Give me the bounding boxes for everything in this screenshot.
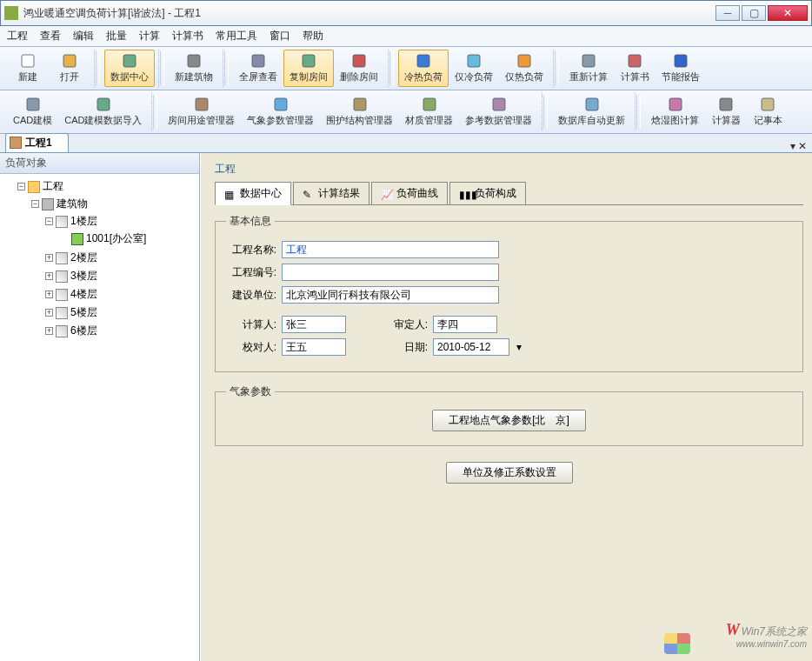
menu-calcbook[interactable]: 计算书 — [172, 29, 203, 43]
tab-load-curve[interactable]: 📈负荷曲线 — [371, 182, 448, 205]
svg-rect-3 — [188, 55, 200, 67]
date-dropdown-icon[interactable]: ▾ — [516, 341, 522, 353]
collapse-icon[interactable]: − — [45, 217, 53, 225]
collapse-icon[interactable]: − — [17, 183, 25, 190]
book-icon — [627, 53, 642, 69]
company-field[interactable] — [282, 286, 499, 304]
db-icon — [584, 97, 600, 112]
svg-rect-12 — [675, 55, 687, 67]
weather-location-button[interactable]: 工程地点气象参数[北 京] — [432, 410, 586, 431]
basic-info-legend: 基本信息 — [226, 214, 275, 229]
data-center-button[interactable]: 数据中心 — [104, 50, 155, 87]
db-auto-update-button[interactable]: 数据库自动更新 — [552, 93, 631, 130]
calc-by-field[interactable] — [282, 316, 346, 333]
result-icon: ✎ — [303, 189, 315, 199]
calc-icon — [581, 53, 596, 69]
svg-rect-22 — [720, 98, 732, 110]
expand-icon[interactable]: + — [45, 272, 53, 280]
tree-node-floor[interactable]: + 2楼层 — [43, 250, 197, 266]
file-icon — [20, 53, 36, 69]
cad-model-button[interactable]: CAD建模 — [7, 93, 58, 130]
note-icon — [760, 97, 775, 112]
tab-data-center[interactable]: ▦数据中心 — [215, 182, 291, 205]
menu-batch[interactable]: 批量 — [106, 29, 127, 43]
project-name-field[interactable] — [282, 241, 499, 258]
maximize-button[interactable]: ▢ — [742, 5, 766, 21]
menu-edit[interactable]: 编辑 — [73, 29, 94, 43]
delete-room-button[interactable]: 删除房间 — [334, 50, 384, 87]
cad-import-button[interactable]: CAD建模数据导入 — [58, 93, 148, 130]
expand-icon[interactable]: + — [45, 327, 53, 335]
cold-only-button[interactable]: 仅冷负荷 — [449, 50, 499, 87]
menu-tools[interactable]: 常用工具 — [216, 29, 257, 43]
tree-node-project[interactable]: − 工程 — [16, 178, 197, 195]
minimize-button[interactable]: ─ — [715, 5, 740, 21]
floor-icon — [56, 270, 68, 283]
copy-icon — [301, 53, 316, 69]
svg-rect-19 — [493, 98, 505, 110]
weather-mgr-button[interactable]: 气象参数管理器 — [241, 93, 320, 130]
open-button[interactable]: 打开 — [49, 50, 90, 87]
menu-project[interactable]: 工程 — [7, 29, 28, 43]
tree-node-floor[interactable]: + 5楼层 — [43, 304, 197, 321]
tree-node-floor[interactable]: − 1楼层 — [43, 213, 197, 230]
expand-icon[interactable]: + — [45, 254, 53, 262]
notepad-button[interactable]: 记事本 — [747, 93, 789, 130]
new-button[interactable]: 新建 — [7, 50, 49, 87]
tree-node-building[interactable]: − 建筑物 — [30, 196, 197, 212]
menu-view[interactable]: 查看 — [40, 29, 61, 43]
menu-window[interactable]: 窗口 — [270, 29, 290, 43]
tree-node-floor[interactable]: + 6楼层 — [43, 323, 197, 339]
calc-book-button[interactable]: 计算书 — [614, 50, 656, 87]
sidebar: 负荷对象 − 工程 − 建筑物 — [0, 153, 200, 661]
ref-data-mgr-button[interactable]: 参考数据管理器 — [459, 93, 538, 130]
hs-chart-button[interactable]: 焓湿图计算 — [645, 93, 705, 130]
tabstrip-more-icon[interactable]: ▾ ✕ — [790, 140, 807, 152]
menu-calc[interactable]: 计算 — [139, 29, 160, 43]
room-usage-mgr-button[interactable]: 房间用途管理器 — [162, 93, 241, 130]
floor-icon — [56, 325, 68, 337]
close-button[interactable]: ✕ — [768, 5, 808, 21]
tab-load-composition[interactable]: ▮▮▮负荷构成 — [449, 182, 526, 205]
hot-only-button[interactable]: 仅热负荷 — [499, 50, 549, 87]
calculator-button[interactable]: 计算器 — [705, 93, 747, 130]
material-mgr-button[interactable]: 材质管理器 — [399, 93, 459, 130]
tree-node-floor[interactable]: + 4楼层 — [43, 286, 197, 303]
recalc-button[interactable]: 重新计算 — [563, 50, 614, 87]
building-icon — [186, 53, 202, 69]
enclosure-mgr-button[interactable]: 围护结构管理器 — [320, 93, 399, 130]
svg-rect-20 — [586, 98, 598, 110]
expand-icon[interactable]: + — [45, 290, 53, 298]
menu-help[interactable]: 帮助 — [303, 29, 323, 43]
project-no-field[interactable] — [282, 264, 499, 281]
weather-icon — [273, 97, 289, 112]
check-by-field[interactable] — [282, 338, 346, 356]
tree-node-floor[interactable]: + 3楼层 — [43, 268, 197, 284]
menubar: 工程 查看 编辑 批量 计算 计算书 常用工具 窗口 帮助 — [0, 26, 812, 47]
svg-rect-18 — [423, 98, 436, 110]
review-by-field[interactable] — [433, 316, 497, 333]
tree-node-room[interactable]: 1001[办公室] — [57, 230, 197, 247]
titlebar: 鸿业暖通空调负荷计算[谐波法] - 工程1 ─ ▢ ✕ — [0, 0, 812, 26]
grid-icon: ▦ — [224, 189, 236, 199]
unit-correction-button[interactable]: 单位及修正系数设置 — [446, 462, 573, 484]
new-building-button[interactable]: 新建筑物 — [169, 50, 219, 87]
fullscreen-button[interactable]: 全屏查看 — [233, 50, 283, 87]
copy-room-button[interactable]: 复制房间 — [283, 50, 334, 87]
cold-hot-load-button[interactable]: 冷热负荷 — [398, 50, 449, 87]
energy-report-button[interactable]: 节能报告 — [656, 50, 706, 87]
tab-calc-result[interactable]: ✎计算结果 — [293, 182, 369, 205]
svg-rect-7 — [417, 55, 429, 67]
svg-rect-5 — [303, 55, 315, 67]
tree-view[interactable]: − 工程 − 建筑物 − 1楼层 — [0, 174, 199, 661]
bars-icon: ▮▮▮ — [459, 189, 471, 199]
document-tab[interactable]: 工程1 — [5, 133, 69, 152]
date-field[interactable] — [433, 338, 509, 356]
expand-icon[interactable]: + — [45, 309, 53, 317]
svg-rect-4 — [252, 55, 264, 67]
svg-rect-2 — [123, 55, 136, 67]
floor-icon — [56, 252, 68, 264]
collapse-icon[interactable]: − — [31, 200, 39, 208]
svg-rect-9 — [518, 55, 530, 67]
toolbar-secondary: CAD建模CAD建模数据导入房间用途管理器气象参数管理器围护结构管理器材质管理器… — [0, 90, 812, 134]
